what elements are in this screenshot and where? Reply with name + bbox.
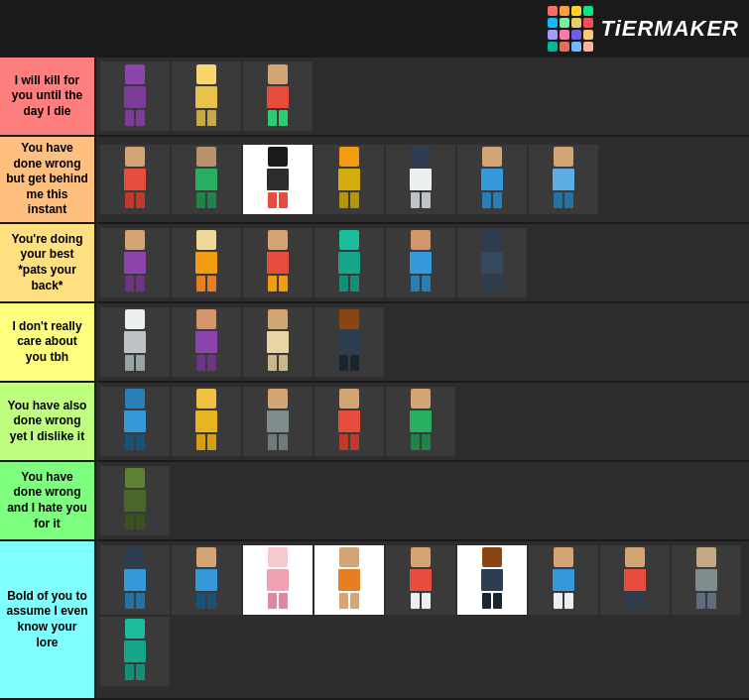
list-item[interactable]: [100, 228, 170, 297]
list-item[interactable]: [172, 228, 241, 297]
list-item[interactable]: [600, 545, 670, 615]
tier-label-b: You're doing your best *pats your back*: [0, 224, 94, 301]
tier-label-s: I will kill for you until the day I die: [0, 58, 94, 135]
list-item[interactable]: [100, 387, 170, 456]
list-item[interactable]: [672, 545, 741, 615]
logo-grid-icon: [548, 6, 593, 52]
tier-row-s: I will kill for you until the day I die: [0, 58, 749, 137]
list-item[interactable]: [243, 228, 312, 297]
list-item[interactable]: [457, 545, 527, 615]
list-item[interactable]: [529, 145, 598, 214]
list-item[interactable]: [100, 145, 170, 214]
list-item[interactable]: [314, 145, 384, 214]
list-item[interactable]: [457, 145, 527, 214]
tier-label-f: Bold of you to assume I even know your l…: [0, 541, 94, 698]
tier-label-e: You have done wrong and I hate you for i…: [0, 462, 94, 539]
tier-row-c: I don't really care about you tbh: [0, 303, 749, 383]
tier-row-d: You have also done wrong yet I dislike i…: [0, 383, 749, 462]
list-item[interactable]: [172, 307, 241, 377]
list-item[interactable]: [243, 307, 312, 377]
tier-row-e: You have done wrong and I hate you for i…: [0, 462, 749, 541]
tier-label-a: You have done wrong but get behind me th…: [0, 137, 94, 222]
tier-items-f: [94, 541, 749, 698]
tier-items-e: [94, 462, 749, 539]
tier-items-a: [94, 137, 749, 222]
list-item[interactable]: [243, 145, 312, 214]
tier-row-b: You're doing your best *pats your back*: [0, 224, 749, 303]
list-item[interactable]: [172, 145, 241, 214]
list-item[interactable]: [457, 228, 527, 297]
tier-row-a: You have done wrong but get behind me th…: [0, 137, 749, 224]
tier-items-d: [94, 383, 749, 460]
list-item[interactable]: [100, 307, 170, 377]
tier-label-d: You have also done wrong yet I dislike i…: [0, 383, 94, 460]
list-item[interactable]: [172, 61, 241, 131]
header: TiERMAKER: [0, 0, 749, 58]
list-item[interactable]: [243, 387, 312, 456]
list-item[interactable]: [386, 228, 455, 297]
tier-items-b: [94, 224, 749, 301]
tiermaker-logo-text: TiERMAKER: [601, 16, 739, 42]
tier-label-c: I don't really care about you tbh: [0, 303, 94, 381]
tier-items-s: [94, 58, 749, 135]
list-item[interactable]: [314, 228, 384, 297]
tiermaker-logo: TiERMAKER: [548, 6, 739, 52]
list-item[interactable]: [386, 387, 455, 456]
list-item[interactable]: [100, 61, 170, 131]
list-item[interactable]: [529, 545, 598, 615]
list-item[interactable]: [243, 61, 312, 131]
list-item[interactable]: [100, 545, 170, 615]
list-item[interactable]: [243, 545, 312, 615]
list-item[interactable]: [314, 307, 384, 377]
list-item[interactable]: [386, 545, 455, 615]
tier-list: TiERMAKER I will kill for you until the …: [0, 0, 749, 700]
list-item[interactable]: [172, 545, 241, 615]
tier-items-c: [94, 303, 749, 381]
list-item[interactable]: [100, 466, 170, 535]
list-item[interactable]: [172, 387, 241, 456]
list-item[interactable]: [386, 145, 455, 214]
tier-row-f: Bold of you to assume I even know your l…: [0, 541, 749, 700]
list-item[interactable]: [100, 617, 170, 686]
list-item[interactable]: [314, 545, 384, 615]
list-item[interactable]: [314, 387, 384, 456]
